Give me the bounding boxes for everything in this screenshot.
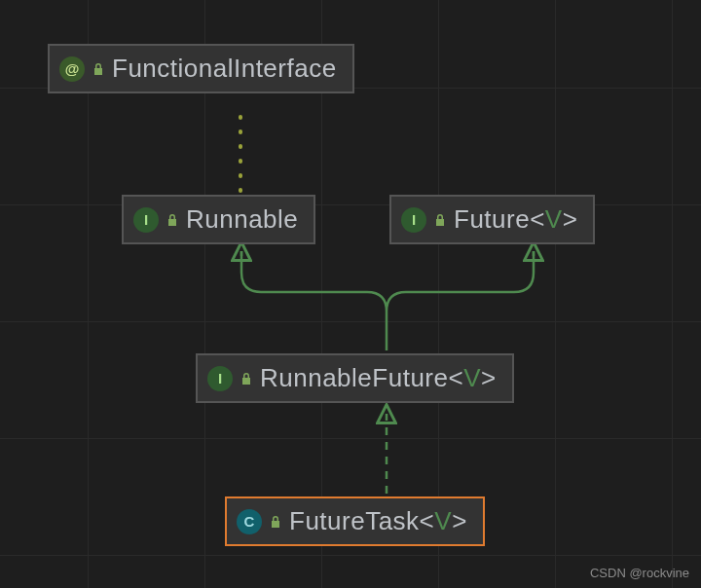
node-label: Runnable <box>186 204 298 235</box>
lock-icon <box>270 515 281 529</box>
annotation-badge-icon: @ <box>59 56 85 82</box>
node-future[interactable]: I Future<V> <box>389 195 595 244</box>
class-badge-icon: C <box>237 509 262 534</box>
node-futuretask[interactable]: C FutureTask<V> <box>225 496 485 546</box>
interface-badge-icon: I <box>133 207 159 233</box>
node-label: FutureTask<V> <box>289 506 467 536</box>
node-label: RunnableFuture<V> <box>260 363 497 393</box>
node-functionalinterface[interactable]: @ FunctionalInterface <box>48 44 354 93</box>
node-label: FunctionalInterface <box>112 54 337 84</box>
node-label: Future<V> <box>454 204 577 235</box>
interface-badge-icon: I <box>207 366 233 391</box>
lock-icon <box>92 62 104 76</box>
watermark: CSDN @rockvine <box>590 566 689 580</box>
node-runnablefuture[interactable]: I RunnableFuture<V> <box>196 353 514 403</box>
lock-icon <box>240 372 252 386</box>
node-runnable[interactable]: I Runnable <box>122 195 315 244</box>
lock-icon <box>434 213 446 227</box>
lock-icon <box>166 213 178 227</box>
interface-badge-icon: I <box>401 207 426 233</box>
